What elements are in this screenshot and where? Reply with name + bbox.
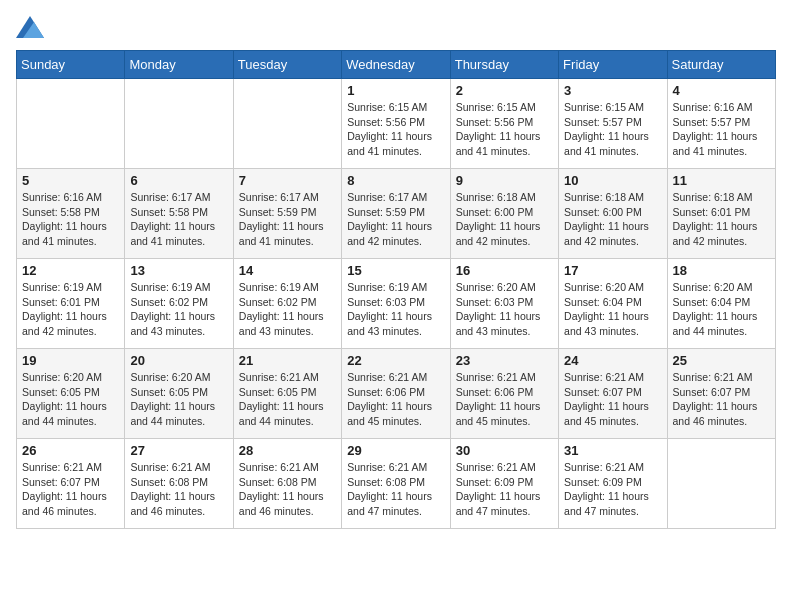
calendar-cell: 11Sunrise: 6:18 AM Sunset: 6:01 PM Dayli… bbox=[667, 169, 775, 259]
calendar-cell: 10Sunrise: 6:18 AM Sunset: 6:00 PM Dayli… bbox=[559, 169, 667, 259]
day-number: 21 bbox=[239, 353, 336, 368]
calendar-week-4: 19Sunrise: 6:20 AM Sunset: 6:05 PM Dayli… bbox=[17, 349, 776, 439]
day-info: Sunrise: 6:21 AM Sunset: 6:07 PM Dayligh… bbox=[564, 370, 661, 429]
calendar-cell: 18Sunrise: 6:20 AM Sunset: 6:04 PM Dayli… bbox=[667, 259, 775, 349]
day-number: 10 bbox=[564, 173, 661, 188]
day-info: Sunrise: 6:20 AM Sunset: 6:04 PM Dayligh… bbox=[564, 280, 661, 339]
day-number: 7 bbox=[239, 173, 336, 188]
day-info: Sunrise: 6:21 AM Sunset: 6:08 PM Dayligh… bbox=[239, 460, 336, 519]
calendar-table: SundayMondayTuesdayWednesdayThursdayFrid… bbox=[16, 50, 776, 529]
day-header-saturday: Saturday bbox=[667, 51, 775, 79]
day-number: 4 bbox=[673, 83, 770, 98]
day-info: Sunrise: 6:21 AM Sunset: 6:05 PM Dayligh… bbox=[239, 370, 336, 429]
day-info: Sunrise: 6:21 AM Sunset: 6:09 PM Dayligh… bbox=[564, 460, 661, 519]
day-header-friday: Friday bbox=[559, 51, 667, 79]
day-number: 19 bbox=[22, 353, 119, 368]
calendar-cell bbox=[233, 79, 341, 169]
calendar-cell: 29Sunrise: 6:21 AM Sunset: 6:08 PM Dayli… bbox=[342, 439, 450, 529]
day-number: 24 bbox=[564, 353, 661, 368]
day-info: Sunrise: 6:21 AM Sunset: 6:09 PM Dayligh… bbox=[456, 460, 553, 519]
day-number: 16 bbox=[456, 263, 553, 278]
day-info: Sunrise: 6:17 AM Sunset: 5:59 PM Dayligh… bbox=[239, 190, 336, 249]
calendar-cell: 5Sunrise: 6:16 AM Sunset: 5:58 PM Daylig… bbox=[17, 169, 125, 259]
day-number: 28 bbox=[239, 443, 336, 458]
calendar-cell: 1Sunrise: 6:15 AM Sunset: 5:56 PM Daylig… bbox=[342, 79, 450, 169]
day-info: Sunrise: 6:19 AM Sunset: 6:01 PM Dayligh… bbox=[22, 280, 119, 339]
calendar-cell: 15Sunrise: 6:19 AM Sunset: 6:03 PM Dayli… bbox=[342, 259, 450, 349]
day-info: Sunrise: 6:15 AM Sunset: 5:56 PM Dayligh… bbox=[456, 100, 553, 159]
day-number: 20 bbox=[130, 353, 227, 368]
day-header-thursday: Thursday bbox=[450, 51, 558, 79]
calendar-cell bbox=[667, 439, 775, 529]
calendar-cell: 8Sunrise: 6:17 AM Sunset: 5:59 PM Daylig… bbox=[342, 169, 450, 259]
day-number: 18 bbox=[673, 263, 770, 278]
calendar-week-2: 5Sunrise: 6:16 AM Sunset: 5:58 PM Daylig… bbox=[17, 169, 776, 259]
day-header-monday: Monday bbox=[125, 51, 233, 79]
calendar-cell bbox=[125, 79, 233, 169]
calendar-cell: 9Sunrise: 6:18 AM Sunset: 6:00 PM Daylig… bbox=[450, 169, 558, 259]
day-info: Sunrise: 6:20 AM Sunset: 6:05 PM Dayligh… bbox=[22, 370, 119, 429]
day-number: 15 bbox=[347, 263, 444, 278]
day-number: 11 bbox=[673, 173, 770, 188]
calendar-cell: 31Sunrise: 6:21 AM Sunset: 6:09 PM Dayli… bbox=[559, 439, 667, 529]
day-number: 12 bbox=[22, 263, 119, 278]
calendar-cell: 4Sunrise: 6:16 AM Sunset: 5:57 PM Daylig… bbox=[667, 79, 775, 169]
day-info: Sunrise: 6:20 AM Sunset: 6:03 PM Dayligh… bbox=[456, 280, 553, 339]
day-number: 5 bbox=[22, 173, 119, 188]
calendar-cell: 17Sunrise: 6:20 AM Sunset: 6:04 PM Dayli… bbox=[559, 259, 667, 349]
calendar-cell: 2Sunrise: 6:15 AM Sunset: 5:56 PM Daylig… bbox=[450, 79, 558, 169]
calendar-week-3: 12Sunrise: 6:19 AM Sunset: 6:01 PM Dayli… bbox=[17, 259, 776, 349]
calendar-week-1: 1Sunrise: 6:15 AM Sunset: 5:56 PM Daylig… bbox=[17, 79, 776, 169]
calendar-cell: 19Sunrise: 6:20 AM Sunset: 6:05 PM Dayli… bbox=[17, 349, 125, 439]
calendar-header-row: SundayMondayTuesdayWednesdayThursdayFrid… bbox=[17, 51, 776, 79]
day-number: 26 bbox=[22, 443, 119, 458]
calendar-cell: 3Sunrise: 6:15 AM Sunset: 5:57 PM Daylig… bbox=[559, 79, 667, 169]
day-info: Sunrise: 6:21 AM Sunset: 6:08 PM Dayligh… bbox=[347, 460, 444, 519]
day-number: 3 bbox=[564, 83, 661, 98]
day-info: Sunrise: 6:17 AM Sunset: 5:58 PM Dayligh… bbox=[130, 190, 227, 249]
calendar-cell: 7Sunrise: 6:17 AM Sunset: 5:59 PM Daylig… bbox=[233, 169, 341, 259]
day-info: Sunrise: 6:20 AM Sunset: 6:04 PM Dayligh… bbox=[673, 280, 770, 339]
day-header-wednesday: Wednesday bbox=[342, 51, 450, 79]
day-number: 23 bbox=[456, 353, 553, 368]
logo-icon bbox=[16, 16, 44, 38]
day-number: 25 bbox=[673, 353, 770, 368]
day-number: 9 bbox=[456, 173, 553, 188]
day-info: Sunrise: 6:21 AM Sunset: 6:08 PM Dayligh… bbox=[130, 460, 227, 519]
day-number: 30 bbox=[456, 443, 553, 458]
day-info: Sunrise: 6:15 AM Sunset: 5:56 PM Dayligh… bbox=[347, 100, 444, 159]
page-header bbox=[16, 16, 776, 38]
day-number: 1 bbox=[347, 83, 444, 98]
logo bbox=[16, 16, 48, 38]
day-info: Sunrise: 6:19 AM Sunset: 6:03 PM Dayligh… bbox=[347, 280, 444, 339]
day-info: Sunrise: 6:21 AM Sunset: 6:07 PM Dayligh… bbox=[673, 370, 770, 429]
day-number: 29 bbox=[347, 443, 444, 458]
calendar-cell bbox=[17, 79, 125, 169]
day-info: Sunrise: 6:17 AM Sunset: 5:59 PM Dayligh… bbox=[347, 190, 444, 249]
day-info: Sunrise: 6:19 AM Sunset: 6:02 PM Dayligh… bbox=[239, 280, 336, 339]
day-header-tuesday: Tuesday bbox=[233, 51, 341, 79]
day-info: Sunrise: 6:18 AM Sunset: 6:01 PM Dayligh… bbox=[673, 190, 770, 249]
day-info: Sunrise: 6:15 AM Sunset: 5:57 PM Dayligh… bbox=[564, 100, 661, 159]
calendar-cell: 20Sunrise: 6:20 AM Sunset: 6:05 PM Dayli… bbox=[125, 349, 233, 439]
day-info: Sunrise: 6:21 AM Sunset: 6:06 PM Dayligh… bbox=[347, 370, 444, 429]
calendar-cell: 24Sunrise: 6:21 AM Sunset: 6:07 PM Dayli… bbox=[559, 349, 667, 439]
calendar-week-5: 26Sunrise: 6:21 AM Sunset: 6:07 PM Dayli… bbox=[17, 439, 776, 529]
day-number: 22 bbox=[347, 353, 444, 368]
day-number: 6 bbox=[130, 173, 227, 188]
calendar-cell: 14Sunrise: 6:19 AM Sunset: 6:02 PM Dayli… bbox=[233, 259, 341, 349]
day-number: 8 bbox=[347, 173, 444, 188]
calendar-cell: 22Sunrise: 6:21 AM Sunset: 6:06 PM Dayli… bbox=[342, 349, 450, 439]
day-info: Sunrise: 6:18 AM Sunset: 6:00 PM Dayligh… bbox=[456, 190, 553, 249]
day-info: Sunrise: 6:21 AM Sunset: 6:07 PM Dayligh… bbox=[22, 460, 119, 519]
calendar-cell: 21Sunrise: 6:21 AM Sunset: 6:05 PM Dayli… bbox=[233, 349, 341, 439]
calendar-cell: 27Sunrise: 6:21 AM Sunset: 6:08 PM Dayli… bbox=[125, 439, 233, 529]
day-number: 27 bbox=[130, 443, 227, 458]
day-info: Sunrise: 6:19 AM Sunset: 6:02 PM Dayligh… bbox=[130, 280, 227, 339]
day-header-sunday: Sunday bbox=[17, 51, 125, 79]
calendar-cell: 6Sunrise: 6:17 AM Sunset: 5:58 PM Daylig… bbox=[125, 169, 233, 259]
day-number: 2 bbox=[456, 83, 553, 98]
day-info: Sunrise: 6:20 AM Sunset: 6:05 PM Dayligh… bbox=[130, 370, 227, 429]
calendar-cell: 28Sunrise: 6:21 AM Sunset: 6:08 PM Dayli… bbox=[233, 439, 341, 529]
day-info: Sunrise: 6:18 AM Sunset: 6:00 PM Dayligh… bbox=[564, 190, 661, 249]
